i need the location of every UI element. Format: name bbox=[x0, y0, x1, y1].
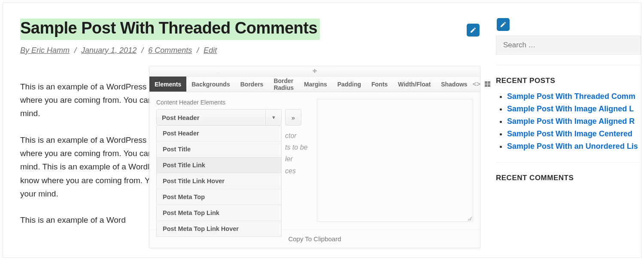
hint-text-fragments: ctor ts to be ler ces bbox=[285, 130, 319, 177]
recent-comments-section: RECENT COMMENTS bbox=[496, 162, 641, 197]
panel-tabs: Elements Backgrounds Borders Border Radi… bbox=[149, 77, 480, 92]
tab-elements[interactable]: Elements bbox=[149, 77, 186, 92]
option-post-title-link-hover[interactable]: Post Title Link Hover bbox=[157, 173, 281, 189]
search-input[interactable] bbox=[496, 36, 641, 55]
list-item: Sample Post With an Unordered Lis bbox=[507, 142, 641, 151]
select-options: Post Header Post Title Post Title Link P… bbox=[156, 126, 282, 237]
recent-posts-section: RECENT POSTS Sample Post With Threaded C… bbox=[496, 65, 641, 162]
option-post-meta-top[interactable]: Post Meta Top bbox=[157, 189, 281, 205]
post-comments-link[interactable]: 6 Comments bbox=[148, 46, 192, 55]
elements-label: Content Header Elements bbox=[156, 99, 311, 106]
hint-fragment: ts to be bbox=[285, 141, 319, 153]
select-navigate-button[interactable]: » bbox=[285, 109, 301, 126]
element-select[interactable]: Post Header ▼ Post Header Post Title Pos… bbox=[156, 109, 282, 126]
hint-fragment: ctor bbox=[285, 130, 319, 141]
recent-posts-heading: RECENT POSTS bbox=[496, 77, 641, 85]
edit-post-button[interactable] bbox=[467, 24, 480, 37]
tab-border-radius[interactable]: Border Radius bbox=[268, 77, 299, 92]
recent-post-link[interactable]: Sample Post With Image Aligned R bbox=[507, 117, 635, 126]
recent-post-link[interactable]: Sample Post With Threaded Comm bbox=[507, 92, 635, 101]
page-container: Sample Post With Threaded Comments By Er… bbox=[3, 3, 641, 258]
tab-margins[interactable]: Margins bbox=[299, 77, 332, 92]
sidebar-search-block bbox=[496, 18, 641, 55]
panel-drag-handle[interactable] bbox=[149, 66, 480, 77]
pencil-icon bbox=[470, 27, 477, 34]
list-item: Sample Post With Image Centered bbox=[507, 129, 641, 138]
panel-body: Content Header Elements Post Header ▼ Po… bbox=[149, 92, 480, 230]
select-value: Post Header bbox=[156, 109, 282, 126]
list-item: Sample Post With Image Aligned R bbox=[507, 117, 641, 126]
tab-shadows[interactable]: Shadows bbox=[436, 77, 472, 92]
edit-widget-button[interactable] bbox=[497, 18, 510, 31]
sidebar: RECENT POSTS Sample Post With Threaded C… bbox=[492, 3, 641, 258]
panel-left-column: Content Header Elements Post Header ▼ Po… bbox=[156, 99, 311, 222]
recent-post-link[interactable]: Sample Post With Image Centered bbox=[507, 129, 632, 138]
preview-area[interactable] bbox=[317, 99, 473, 222]
tab-fonts[interactable]: Fonts bbox=[366, 77, 393, 92]
tab-padding[interactable]: Padding bbox=[332, 77, 366, 92]
option-post-header[interactable]: Post Header bbox=[157, 126, 281, 141]
list-item: Sample Post With Image Aligned L bbox=[507, 104, 641, 114]
chevron-down-icon: ▼ bbox=[265, 109, 282, 126]
recent-post-link[interactable]: Sample Post With Image Aligned L bbox=[507, 104, 634, 113]
hint-fragment: ler bbox=[285, 153, 319, 165]
tab-width-float[interactable]: Width/Float bbox=[393, 77, 436, 92]
hint-fragment: ces bbox=[285, 165, 319, 177]
design-panel: Elements Backgrounds Borders Border Radi… bbox=[149, 66, 480, 248]
option-post-meta-top-link-hover[interactable]: Post Meta Top Link Hover bbox=[157, 221, 281, 236]
post-title-highlight: Sample Post With Threaded Comments bbox=[20, 18, 320, 40]
resize-handle-icon[interactable] bbox=[468, 216, 472, 221]
option-post-title[interactable]: Post Title bbox=[157, 141, 281, 157]
code-icon[interactable]: <> bbox=[473, 80, 481, 88]
tab-borders[interactable]: Borders bbox=[235, 77, 269, 92]
post-date-link[interactable]: January 1, 2012 bbox=[81, 46, 137, 55]
recent-post-link[interactable]: Sample Post With an Unordered Lis bbox=[507, 142, 638, 150]
pencil-icon bbox=[500, 21, 507, 28]
option-post-meta-top-link[interactable]: Post Meta Top Link bbox=[157, 205, 281, 221]
recent-posts-list: Sample Post With Threaded Comm Sample Po… bbox=[496, 92, 641, 151]
post-edit-link[interactable]: Edit bbox=[204, 46, 217, 55]
post-meta: By Eric Hamm / January 1, 2012 / 6 Comme… bbox=[20, 46, 474, 55]
recent-comments-heading: RECENT COMMENTS bbox=[496, 174, 641, 182]
panel-tools: <> bbox=[473, 77, 495, 92]
option-post-title-link[interactable]: Post Title Link bbox=[157, 157, 281, 173]
post-author-link[interactable]: By Eric Hamm bbox=[20, 46, 70, 55]
tab-backgrounds[interactable]: Backgrounds bbox=[186, 77, 235, 92]
list-item: Sample Post With Threaded Comm bbox=[507, 92, 641, 101]
move-icon bbox=[312, 68, 318, 74]
post-title: Sample Post With Threaded Comments bbox=[20, 18, 317, 38]
grid-icon[interactable] bbox=[485, 81, 490, 87]
